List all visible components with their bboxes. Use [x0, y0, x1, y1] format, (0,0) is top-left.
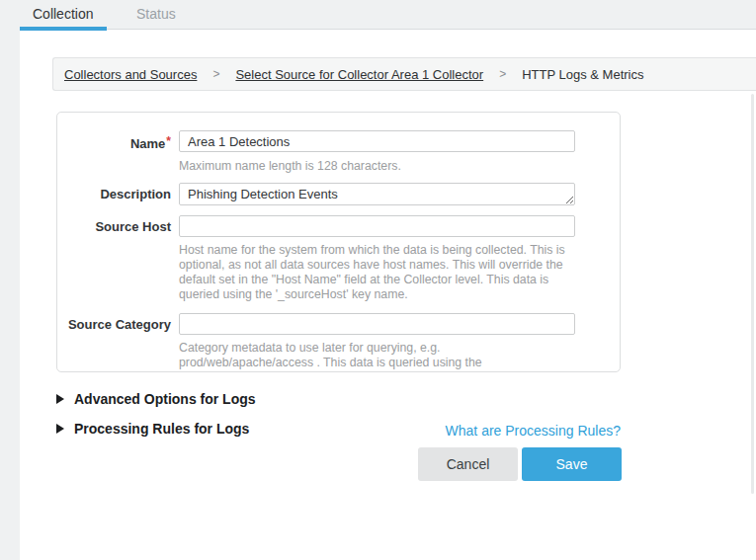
processing-rules-toggle[interactable]: Processing Rules for Logs [56, 421, 249, 437]
breadcrumb-current-http-logs-metrics: HTTP Logs & Metrics [522, 67, 643, 82]
breadcrumb: Collectors and Sources > Select Source f… [52, 57, 756, 91]
tab-collection[interactable]: Collection [33, 0, 93, 27]
active-tab-indicator [20, 27, 107, 31]
processing-rules-label: Processing Rules for Logs [74, 421, 249, 437]
source-host-label: Source Host [57, 215, 171, 234]
name-help-text: Maximum name length is 128 characters. [179, 159, 573, 174]
form-actions: Cancel Save [418, 447, 622, 481]
source-category-help-row: Category metadata to use later for query… [57, 341, 620, 372]
advanced-options-toggle[interactable]: Advanced Options for Logs [56, 391, 256, 407]
required-asterisk: * [166, 134, 171, 148]
source-host-help-text: Host name for the system from which the … [179, 243, 573, 302]
name-help-row: Maximum name length is 128 characters. [57, 159, 620, 174]
tab-bar: Collection Status [0, 0, 756, 29]
source-category-help-text: Category metadata to use later for query… [179, 341, 573, 372]
breadcrumb-separator: > [212, 67, 219, 81]
breadcrumb-collectors-and-sources[interactable]: Collectors and Sources [64, 67, 197, 82]
source-host-input[interactable] [179, 215, 575, 237]
advanced-options-label: Advanced Options for Logs [74, 391, 256, 407]
left-gutter [0, 0, 20, 560]
caret-right-icon [56, 424, 64, 434]
description-label: Description [57, 183, 171, 201]
cancel-button[interactable]: Cancel [418, 447, 518, 481]
source-category-field-row: Source Category [57, 313, 620, 335]
source-form-card: Name* Maximum name length is 128 charact… [56, 112, 621, 372]
name-label: Name* [57, 130, 171, 151]
source-config-page: Collection Status Collectors and Sources… [0, 0, 756, 560]
what-are-processing-rules-link[interactable]: What are Processing Rules? [446, 423, 621, 439]
source-category-label: Source Category [57, 313, 171, 332]
description-field-row: Description Phishing Detection Events [57, 183, 620, 205]
name-field-row: Name* [57, 130, 620, 152]
scrollbar-track[interactable] [751, 94, 754, 494]
tab-bar-divider [20, 29, 756, 30]
description-textarea[interactable]: Phishing Detection Events [179, 183, 575, 205]
breadcrumb-select-source[interactable]: Select Source for Collector Area 1 Colle… [235, 67, 483, 82]
source-host-field-row: Source Host [57, 215, 620, 237]
source-category-input[interactable] [179, 313, 575, 335]
breadcrumb-separator: > [499, 67, 506, 81]
caret-right-icon [56, 394, 64, 404]
save-button[interactable]: Save [522, 447, 622, 481]
name-input[interactable] [179, 130, 575, 152]
tab-status[interactable]: Status [136, 0, 176, 27]
source-host-help-row: Host name for the system from which the … [57, 243, 620, 302]
